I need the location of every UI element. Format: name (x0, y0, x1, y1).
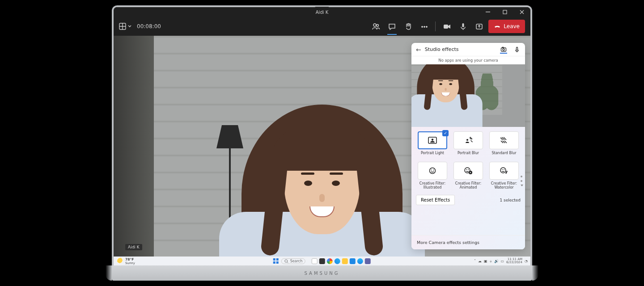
pinned-apps (312, 258, 371, 264)
chat-button[interactable] (385, 20, 398, 33)
svg-rect-18 (517, 47, 518, 50)
pinned-app[interactable] (312, 258, 318, 264)
tray-chevron-icon[interactable]: ˄ (474, 259, 476, 263)
effect-label: Portrait Light (421, 151, 444, 159)
smiley-play-icon (463, 167, 473, 175)
svg-point-40 (504, 169, 504, 170)
taskbar-clock[interactable]: 11:11 AM 6/22/2024 (506, 258, 522, 264)
weather-cond: Sunny (125, 261, 135, 265)
window-minimize-button[interactable] (479, 7, 496, 17)
window-maximize-button[interactable] (496, 7, 513, 17)
camera-tab[interactable] (500, 46, 507, 54)
tray-battery-icon[interactable]: ▭ (501, 259, 504, 263)
pinned-app[interactable] (319, 258, 325, 264)
screen: Aidi K 00:08:00 Le (114, 7, 530, 265)
taskbar-search[interactable]: Search (281, 258, 305, 264)
svg-point-7 (373, 24, 376, 26)
svg-line-42 (287, 262, 288, 263)
bezel: Aidi K 00:08:00 Le (112, 5, 532, 265)
pinned-app[interactable] (342, 258, 348, 264)
more-camera-settings-link[interactable]: More Camera effects settings (411, 235, 525, 249)
svg-point-11 (426, 26, 427, 27)
tray-notifications-icon[interactable]: ◔ (525, 259, 528, 263)
portrait-blur-icon (463, 136, 473, 144)
effects-area: Portrait Light Portrait Blur Standard (411, 127, 525, 235)
svg-point-41 (285, 260, 288, 262)
studio-title: Studio effects (425, 46, 496, 52)
portrait-light-icon (428, 136, 437, 144)
window-close-button[interactable] (513, 7, 530, 17)
svg-point-36 (468, 169, 469, 170)
laptop-brand: SAMSUNG (305, 271, 340, 276)
svg-rect-12 (444, 25, 448, 29)
svg-rect-1 (503, 10, 507, 14)
mic-button[interactable] (456, 20, 470, 33)
window-title: Aidi K (316, 10, 328, 15)
mic-tab[interactable] (513, 46, 521, 54)
participant-name-tag: Aidi K (125, 244, 142, 250)
effect-creative-watercolor[interactable] (489, 162, 519, 180)
svg-point-21 (466, 139, 468, 141)
page-dots[interactable] (521, 176, 523, 186)
svg-rect-15 (501, 48, 506, 51)
more-button[interactable] (417, 20, 431, 33)
weather-temp: 78°F (125, 257, 135, 261)
svg-point-9 (421, 26, 423, 27)
leave-label: Leave (504, 23, 520, 29)
system-tray: ˄ ☁ ▣ ⏚ 🔊 ▭ 11:11 AM 6/22/2024 ◔ (474, 258, 528, 264)
standard-blur-icon (499, 136, 509, 144)
layout-grid-button[interactable] (119, 23, 131, 30)
svg-point-38 (500, 168, 506, 173)
weather-icon (117, 258, 123, 264)
pinned-app[interactable] (327, 258, 333, 264)
effect-label: Creative Filter: Illustrated (416, 181, 449, 189)
camera-preview (411, 64, 525, 127)
participant-avatar (242, 105, 402, 257)
svg-line-24 (471, 140, 473, 142)
effect-label: Portrait Blur (458, 151, 479, 159)
studio-effects-panel: ← Studio effects No apps are using your … (411, 43, 525, 249)
svg-point-10 (424, 26, 425, 27)
tray-onedrive-icon[interactable]: ☁ (478, 259, 482, 263)
svg-point-39 (502, 169, 503, 170)
call-timer: 00:08:00 (137, 23, 161, 29)
share-button[interactable] (472, 20, 486, 33)
effect-creative-animated[interactable] (453, 162, 483, 180)
leave-button[interactable]: Leave (488, 20, 525, 33)
start-button[interactable] (273, 258, 279, 264)
reset-effects-button[interactable]: Reset Effects (416, 195, 455, 205)
laptop-chin: SAMSUNG (112, 265, 532, 281)
search-placeholder: Search (290, 259, 302, 263)
back-button[interactable]: ← (416, 46, 421, 53)
tray-volume-icon[interactable]: 🔊 (494, 259, 499, 263)
camera-button[interactable] (440, 20, 453, 33)
smiley-icon (428, 167, 437, 175)
pinned-app[interactable] (365, 258, 371, 264)
meeting-toolbar: 00:08:00 Leave (114, 17, 530, 36)
effect-label: Standard Blur (491, 151, 516, 159)
tray-camera-icon[interactable]: ▣ (484, 259, 487, 263)
effect-label: Creative Filter: Animated (452, 181, 485, 189)
effect-standard-blur[interactable] (489, 131, 519, 149)
svg-rect-13 (462, 23, 464, 27)
hangup-icon (494, 23, 501, 30)
pinned-app[interactable] (357, 258, 363, 264)
tray-wifi-icon[interactable]: ⏚ (490, 259, 492, 263)
svg-rect-0 (486, 12, 490, 12)
effect-label: Creative Filter: Watercolor (487, 181, 521, 189)
svg-point-20 (432, 139, 433, 140)
svg-point-8 (376, 24, 378, 26)
effect-portrait-light[interactable] (418, 131, 447, 149)
selected-count: 1 selected (500, 198, 521, 202)
search-icon (284, 259, 288, 263)
raise-hand-button[interactable] (401, 20, 415, 33)
pinned-app[interactable] (350, 258, 356, 264)
effect-creative-illustrated[interactable] (418, 162, 447, 180)
people-button[interactable] (369, 20, 382, 33)
window-titlebar: Aidi K (114, 7, 530, 17)
taskbar-weather[interactable]: 78°F Sunny (114, 257, 139, 265)
pinned-app[interactable] (335, 258, 340, 264)
effect-portrait-blur[interactable] (453, 131, 483, 149)
svg-point-16 (503, 49, 504, 50)
smiley-brush-icon (499, 167, 509, 175)
